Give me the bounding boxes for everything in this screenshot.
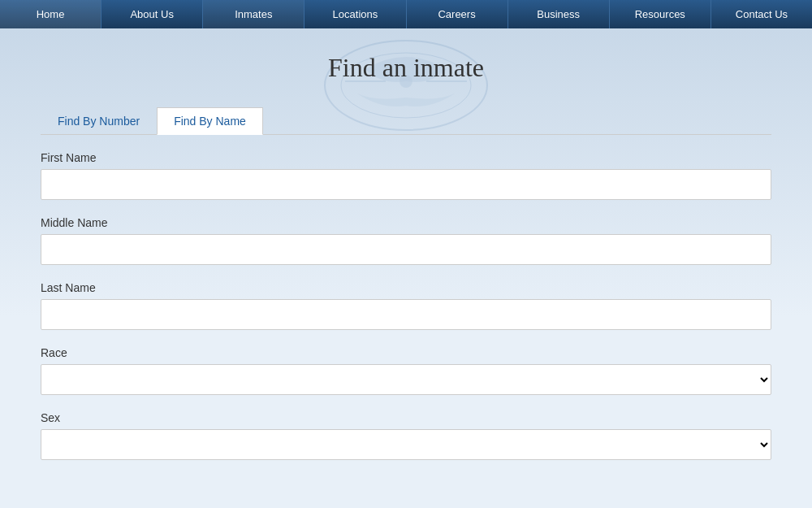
first-name-label: First Name <box>41 151 771 164</box>
first-name-group: First Name <box>41 151 771 200</box>
find-by-name-form: First Name Middle Name Last Name Race Am… <box>41 151 771 460</box>
tab-find-by-name[interactable]: Find By Name <box>157 107 263 135</box>
last-name-input[interactable] <box>41 299 771 330</box>
tab-find-by-number[interactable]: Find By Number <box>41 107 157 135</box>
sex-select[interactable]: MaleFemale <box>41 429 771 460</box>
nav-item-inmates[interactable]: Inmates <box>203 0 304 28</box>
tab-bar: Find By NumberFind By Name <box>41 107 771 135</box>
nav-item-home[interactable]: Home <box>0 0 102 28</box>
first-name-input[interactable] <box>41 169 771 200</box>
page-title: Find an inmate <box>41 53 771 83</box>
last-name-group: Last Name <box>41 281 771 330</box>
middle-name-group: Middle Name <box>41 216 771 265</box>
nav-item-resources[interactable]: Resources <box>610 0 711 28</box>
race-select[interactable]: American IndianAsianBlackHispanicUnknown… <box>41 364 771 395</box>
main-navigation: HomeAbout UsInmatesLocationsCareersBusin… <box>0 0 812 28</box>
nav-item-contact-us[interactable]: Contact Us <box>711 0 812 28</box>
nav-item-locations[interactable]: Locations <box>304 0 406 28</box>
last-name-label: Last Name <box>41 281 771 294</box>
nav-item-careers[interactable]: Careers <box>407 0 508 28</box>
page-content: Find an inmate Find By NumberFind By Nam… <box>0 28 812 493</box>
main-content-area: Find an inmate Find By NumberFind By Nam… <box>0 28 812 508</box>
sex-label: Sex <box>41 411 771 424</box>
middle-name-input[interactable] <box>41 234 771 265</box>
race-group: Race American IndianAsianBlackHispanicUn… <box>41 346 771 395</box>
race-label: Race <box>41 346 771 359</box>
nav-item-business[interactable]: Business <box>508 0 610 28</box>
sex-group: Sex MaleFemale <box>41 411 771 460</box>
middle-name-label: Middle Name <box>41 216 771 229</box>
nav-item-about-us[interactable]: About Us <box>102 0 203 28</box>
